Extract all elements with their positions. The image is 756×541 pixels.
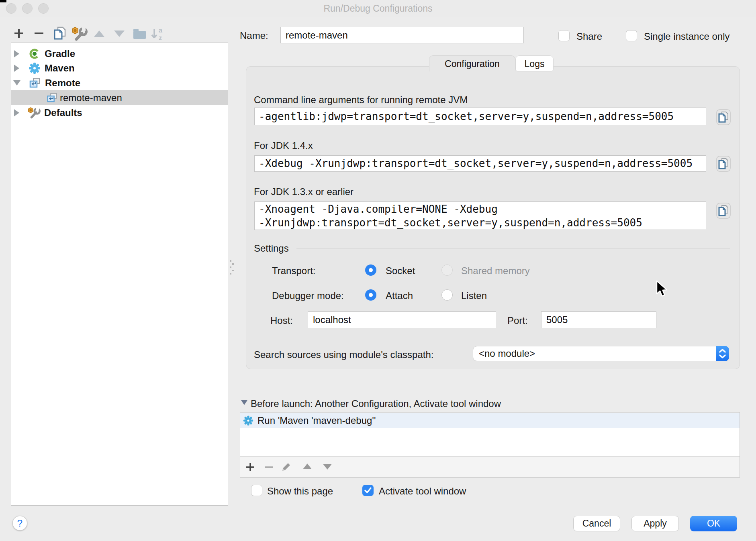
collapse-before-launch-icon[interactable]: [241, 400, 247, 405]
port-label: Port:: [507, 315, 528, 326]
tree-item-label: Defaults: [44, 107, 82, 118]
move-task-down-icon[interactable]: [323, 464, 332, 470]
share-checkbox[interactable]: [558, 30, 570, 41]
show-this-page-checkbox[interactable]: [251, 485, 262, 496]
classpath-value: <no module>: [473, 346, 729, 361]
tree-item-gradle[interactable]: Gradle: [11, 46, 228, 61]
tab-configuration[interactable]: Configuration: [429, 55, 515, 71]
tree-item-label: Remote: [45, 77, 80, 89]
before-launch-task-row[interactable]: Run 'Maven 'maven-debug'': [240, 413, 740, 428]
tab-logs[interactable]: Logs: [515, 55, 554, 71]
title-bar: Run/Debug Configurations: [0, 0, 756, 17]
add-task-icon[interactable]: [245, 462, 255, 472]
attach-label: Attach: [386, 290, 413, 301]
chevron-up-down-icon: [716, 346, 729, 361]
gradle-icon: [29, 48, 41, 60]
move-up-icon[interactable]: [94, 31, 104, 37]
listen-label: Listen: [461, 290, 487, 301]
single-instance-label: Single instance only: [644, 31, 729, 42]
attach-radio[interactable]: [365, 289, 376, 301]
remove-task-icon[interactable]: [264, 462, 274, 472]
select-stepper[interactable]: [716, 346, 729, 361]
remote-icon: [47, 92, 58, 104]
settings-divider: [296, 248, 730, 248]
copy-icon: [716, 109, 731, 125]
listen-radio[interactable]: [441, 289, 453, 301]
plus-icon: [12, 26, 26, 40]
jdk13-input[interactable]: -Xnoagent -Djava.compiler=NONE -Xdebug -…: [254, 201, 706, 230]
expand-arrow-icon[interactable]: [14, 50, 19, 57]
remote-icon: [29, 77, 41, 89]
activate-tool-window-label: Activate tool window: [379, 486, 466, 497]
before-launch-list: Run 'Maven 'maven-debug'': [240, 412, 740, 478]
add-configuration-button[interactable]: [12, 26, 26, 40]
remove-configuration-button[interactable]: [32, 26, 46, 40]
tree-item-label: remote-maven: [60, 92, 122, 104]
edit-task-icon[interactable]: [280, 462, 292, 473]
port-input[interactable]: 5005: [541, 311, 656, 328]
copy-jdk13-button[interactable]: [716, 203, 731, 219]
edit-defaults-button[interactable]: [72, 26, 88, 42]
classpath-select[interactable]: <no module>: [473, 346, 729, 361]
before-launch-toolbar: [240, 456, 740, 477]
run-debug-configurations-dialog: Run/Debug Configurations a z: [0, 0, 756, 541]
minus-icon: [32, 26, 46, 40]
jdk13-label: For JDK 1.3.x or earlier: [254, 186, 353, 197]
tree-item-label: Gradle: [45, 48, 75, 59]
transport-label: Transport:: [272, 265, 315, 277]
tree-item-maven[interactable]: Maven: [11, 61, 228, 75]
single-instance-checkbox[interactable]: [626, 30, 637, 41]
cancel-button[interactable]: Cancel: [573, 516, 620, 531]
tree-item-defaults[interactable]: Defaults: [11, 105, 228, 120]
name-input[interactable]: remote-maven: [280, 27, 524, 43]
window-title: Run/Debug Configurations: [0, 0, 756, 17]
settings-section-label: Settings: [254, 243, 289, 254]
expand-arrow-icon[interactable]: [14, 109, 19, 116]
host-label: Host:: [270, 315, 293, 326]
close-window-button[interactable]: [6, 3, 16, 14]
jdk14-label: For JDK 1.4.x: [254, 140, 313, 151]
shared-memory-label: Shared memory: [461, 265, 530, 277]
tree-item-remote[interactable]: Remote: [11, 75, 228, 90]
expand-arrow-icon[interactable]: [14, 65, 19, 72]
wrench-icon: [72, 26, 88, 42]
copy-jdk14-button[interactable]: [716, 156, 731, 172]
screen-corner-artifact: [0, 0, 6, 2]
maven-icon: [29, 62, 41, 74]
apply-button[interactable]: Apply: [631, 516, 679, 531]
cmdline-input[interactable]: -agentlib:jdwp=transport=dt_socket,serve…: [254, 108, 706, 125]
sort-configurations-button[interactable]: a z: [150, 26, 168, 42]
sort-az-icon: a z: [150, 26, 168, 42]
defaults-wrench-icon: [28, 106, 41, 119]
before-launch-header: Before launch: Another Configuration, Ac…: [251, 398, 501, 409]
move-down-icon[interactable]: [114, 31, 125, 37]
classpath-label: Search sources using module's classpath:: [254, 349, 433, 360]
run-task-gear-icon: [243, 415, 253, 426]
zoom-window-button[interactable]: [38, 3, 49, 14]
minimize-window-button[interactable]: [22, 3, 33, 14]
move-task-up-icon[interactable]: [303, 464, 312, 469]
activate-tool-window-checkbox[interactable]: [362, 485, 374, 496]
svg-text:a: a: [159, 27, 162, 34]
show-this-page-label: Show this page: [267, 486, 333, 497]
svg-text:z: z: [159, 35, 162, 41]
mouse-cursor: [655, 280, 669, 298]
copy-icon: [716, 203, 731, 219]
before-launch-task-label: Run 'Maven 'maven-debug'': [257, 415, 376, 426]
ok-button[interactable]: OK: [690, 516, 737, 531]
tree-item-label: Maven: [45, 63, 75, 74]
help-button[interactable]: ?: [12, 516, 27, 531]
debugger-mode-label: Debugger mode:: [272, 290, 344, 301]
host-input[interactable]: localhost: [308, 311, 496, 328]
jdk14-input[interactable]: -Xdebug -Xrunjdwp:transport=dt_socket,se…: [254, 155, 706, 172]
socket-radio[interactable]: [365, 264, 376, 276]
copy-configuration-button[interactable]: [53, 26, 67, 41]
collapse-arrow-icon[interactable]: [13, 80, 20, 85]
copy-cmdline-button[interactable]: [716, 109, 731, 125]
cmdline-label: Command line arguments for running remot…: [254, 94, 468, 106]
name-label: Name:: [240, 30, 268, 41]
tree-item-remote-maven[interactable]: remote-maven: [11, 90, 228, 105]
shared-memory-radio[interactable]: [441, 264, 453, 276]
create-folder-button[interactable]: [133, 29, 146, 39]
copy-icon: [716, 156, 731, 172]
